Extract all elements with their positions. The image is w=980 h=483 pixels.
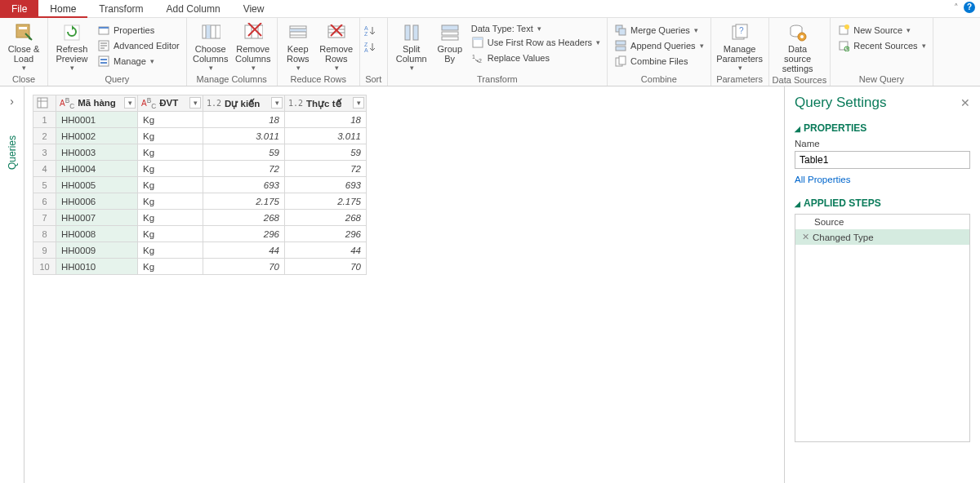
split-column-button[interactable]: Split Column ▾ [391, 20, 432, 72]
advanced-editor-button[interactable]: Advanced Editor [94, 38, 183, 53]
append-queries-button[interactable]: Append Queries ▾ [611, 38, 707, 53]
applied-step[interactable]: ✕Changed Type [795, 229, 969, 245]
table-corner-button[interactable] [33, 95, 56, 112]
row-number[interactable]: 1 [33, 112, 56, 128]
data-source-settings-button[interactable]: Data source settings [773, 20, 823, 73]
properties-button[interactable]: Properties [94, 23, 183, 38]
cell-thuc-te[interactable]: 44 [285, 242, 367, 259]
delete-step-icon[interactable]: ✕ [802, 232, 809, 242]
cell-ma-hang[interactable]: HH0006 [56, 193, 138, 210]
recent-sources-button[interactable]: Recent Sources ▾ [834, 38, 929, 53]
cell-du-kien[interactable]: 268 [203, 210, 285, 226]
remove-columns-button[interactable]: Remove Columns ▾ [233, 20, 274, 72]
keep-rows-button[interactable]: Keep Rows ▾ [281, 20, 315, 72]
sort-desc-button[interactable]: ZA [363, 41, 376, 54]
tab-home[interactable]: Home [38, 0, 87, 18]
cell-du-kien[interactable]: 44 [203, 242, 285, 259]
cell-thuc-te[interactable]: 72 [285, 161, 367, 177]
cell-ma-hang[interactable]: HH0007 [56, 210, 138, 226]
tab-view[interactable]: View [232, 0, 276, 18]
cell-dvt[interactable]: Kg [138, 177, 203, 193]
table-row[interactable]: 1HH0001Kg1818 [33, 112, 367, 128]
cell-dvt[interactable]: Kg [138, 144, 203, 161]
merge-queries-button[interactable]: Merge Queries ▾ [611, 23, 707, 38]
row-number[interactable]: 10 [33, 259, 56, 275]
table-row[interactable]: 7HH0007Kg268268 [33, 210, 367, 226]
cell-dvt[interactable]: Kg [138, 193, 203, 210]
cell-thuc-te[interactable]: 268 [285, 210, 367, 226]
cell-du-kien[interactable]: 18 [203, 112, 285, 128]
cell-thuc-te[interactable]: 2.175 [285, 193, 367, 210]
sort-asc-button[interactable]: AZ [363, 24, 376, 38]
cell-dvt[interactable]: Kg [138, 210, 203, 226]
column-header-du-kien[interactable]: 1.2 Dự kiến ▾ [203, 95, 285, 112]
cell-du-kien[interactable]: 693 [203, 177, 285, 193]
combine-files-button[interactable]: Combine Files [611, 54, 707, 69]
cell-ma-hang[interactable]: HH0004 [56, 161, 138, 177]
row-number[interactable]: 7 [33, 210, 56, 226]
replace-values-button[interactable]: 12 Replace Values [468, 51, 604, 65]
data-type-button[interactable]: Data Type: Text ▾ [468, 23, 604, 34]
row-number[interactable]: 3 [33, 144, 56, 161]
row-number[interactable]: 4 [33, 161, 56, 177]
cell-thuc-te[interactable]: 59 [285, 144, 367, 161]
help-icon[interactable]: ? [964, 2, 975, 13]
properties-section-header[interactable]: ◢PROPERTIES [795, 122, 970, 134]
collapse-ribbon-icon[interactable]: ˄ [954, 2, 959, 13]
cell-dvt[interactable]: Kg [138, 112, 203, 128]
table-row[interactable]: 8HH0008Kg296296 [33, 226, 367, 242]
tab-transform[interactable]: Transform [87, 0, 154, 18]
cell-ma-hang[interactable]: HH0003 [56, 144, 138, 161]
cell-du-kien[interactable]: 296 [203, 226, 285, 242]
cell-ma-hang[interactable]: HH0009 [56, 242, 138, 259]
cell-du-kien[interactable]: 3.011 [203, 128, 285, 144]
table-row[interactable]: 6HH0006Kg2.1752.175 [33, 193, 367, 210]
cell-du-kien[interactable]: 70 [203, 259, 285, 275]
cell-ma-hang[interactable]: HH0005 [56, 177, 138, 193]
new-source-button[interactable]: New Source ▾ [834, 23, 929, 38]
row-number[interactable]: 8 [33, 226, 56, 242]
row-number[interactable]: 9 [33, 242, 56, 259]
cell-thuc-te[interactable]: 70 [285, 259, 367, 275]
cell-dvt[interactable]: Kg [138, 161, 203, 177]
cell-dvt[interactable]: Kg [138, 226, 203, 242]
table-row[interactable]: 10HH0010Kg7070 [33, 259, 367, 275]
column-filter-button[interactable]: ▾ [124, 97, 136, 109]
cell-thuc-te[interactable]: 693 [285, 177, 367, 193]
close-and-load-button[interactable]: Close & Load ▾ [3, 20, 44, 72]
group-by-button[interactable]: Group By [434, 20, 466, 64]
row-number[interactable]: 5 [33, 177, 56, 193]
cell-du-kien[interactable]: 59 [203, 144, 285, 161]
cell-dvt[interactable]: Kg [138, 242, 203, 259]
expand-queries-button[interactable]: › [0, 95, 24, 108]
manage-button[interactable]: Manage ▾ [94, 54, 183, 69]
choose-columns-button[interactable]: Choose Columns ▾ [190, 20, 231, 72]
cell-thuc-te[interactable]: 296 [285, 226, 367, 242]
applied-steps-section-header[interactable]: ◢APPLIED STEPS [795, 197, 970, 209]
table-row[interactable]: 4HH0004Kg7272 [33, 161, 367, 177]
cell-ma-hang[interactable]: HH0001 [56, 112, 138, 128]
table-row[interactable]: 9HH0009Kg4444 [33, 242, 367, 259]
cell-thuc-te[interactable]: 3.011 [285, 128, 367, 144]
query-name-input[interactable] [795, 151, 970, 169]
remove-rows-button[interactable]: Remove Rows ▾ [317, 20, 356, 72]
column-header-dvt[interactable]: ABC ĐVT ▾ [138, 95, 203, 112]
table-row[interactable]: 5HH0005Kg693693 [33, 177, 367, 193]
row-number[interactable]: 2 [33, 128, 56, 144]
manage-parameters-button[interactable]: ? Manage Parameters ▾ [715, 20, 765, 72]
table-row[interactable]: 2HH0002Kg3.0113.011 [33, 128, 367, 144]
all-properties-link[interactable]: All Properties [795, 175, 850, 184]
tab-add-column[interactable]: Add Column [155, 0, 232, 18]
row-number[interactable]: 6 [33, 193, 56, 210]
cell-ma-hang[interactable]: HH0008 [56, 226, 138, 242]
cell-ma-hang[interactable]: HH0010 [56, 259, 138, 275]
column-filter-button[interactable]: ▾ [353, 97, 364, 109]
cell-dvt[interactable]: Kg [138, 128, 203, 144]
cell-dvt[interactable]: Kg [138, 259, 203, 275]
applied-step[interactable]: Source [795, 215, 969, 229]
column-header-thuc-te[interactable]: 1.2 Thực tế ▾ [285, 95, 367, 112]
column-header-ma-hang[interactable]: ABC Mã hàng ▾ [56, 95, 138, 112]
tab-file[interactable]: File [0, 0, 38, 18]
close-query-settings-button[interactable]: ✕ [960, 96, 970, 109]
cell-du-kien[interactable]: 2.175 [203, 193, 285, 210]
